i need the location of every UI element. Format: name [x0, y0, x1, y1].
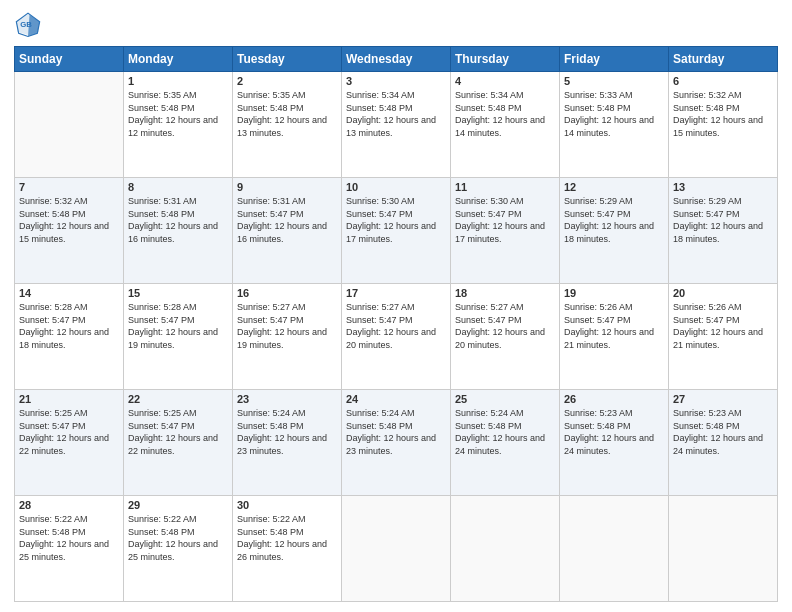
day-number: 19: [564, 287, 664, 299]
calendar-cell: 2Sunrise: 5:35 AMSunset: 5:48 PMDaylight…: [233, 72, 342, 178]
logo-icon: GB: [14, 10, 42, 38]
calendar-cell: 17Sunrise: 5:27 AMSunset: 5:47 PMDayligh…: [342, 284, 451, 390]
cell-info: Sunrise: 5:27 AMSunset: 5:47 PMDaylight:…: [455, 302, 545, 350]
day-number: 21: [19, 393, 119, 405]
calendar-week-row: 21Sunrise: 5:25 AMSunset: 5:47 PMDayligh…: [15, 390, 778, 496]
calendar-cell: 13Sunrise: 5:29 AMSunset: 5:47 PMDayligh…: [669, 178, 778, 284]
calendar-cell: 20Sunrise: 5:26 AMSunset: 5:47 PMDayligh…: [669, 284, 778, 390]
day-number: 6: [673, 75, 773, 87]
day-number: 23: [237, 393, 337, 405]
calendar-cell: 1Sunrise: 5:35 AMSunset: 5:48 PMDaylight…: [124, 72, 233, 178]
day-number: 9: [237, 181, 337, 193]
header-day: Sunday: [15, 47, 124, 72]
calendar-cell: 18Sunrise: 5:27 AMSunset: 5:47 PMDayligh…: [451, 284, 560, 390]
calendar-cell: 11Sunrise: 5:30 AMSunset: 5:47 PMDayligh…: [451, 178, 560, 284]
cell-info: Sunrise: 5:22 AMSunset: 5:48 PMDaylight:…: [19, 514, 109, 562]
cell-info: Sunrise: 5:29 AMSunset: 5:47 PMDaylight:…: [673, 196, 763, 244]
calendar-cell: 5Sunrise: 5:33 AMSunset: 5:48 PMDaylight…: [560, 72, 669, 178]
svg-text:GB: GB: [20, 20, 32, 29]
calendar-week-row: 14Sunrise: 5:28 AMSunset: 5:47 PMDayligh…: [15, 284, 778, 390]
calendar-header-row: SundayMondayTuesdayWednesdayThursdayFrid…: [15, 47, 778, 72]
cell-info: Sunrise: 5:31 AMSunset: 5:48 PMDaylight:…: [128, 196, 218, 244]
day-number: 29: [128, 499, 228, 511]
header-day: Monday: [124, 47, 233, 72]
calendar-cell: 9Sunrise: 5:31 AMSunset: 5:47 PMDaylight…: [233, 178, 342, 284]
cell-info: Sunrise: 5:24 AMSunset: 5:48 PMDaylight:…: [455, 408, 545, 456]
cell-info: Sunrise: 5:35 AMSunset: 5:48 PMDaylight:…: [237, 90, 327, 138]
cell-info: Sunrise: 5:23 AMSunset: 5:48 PMDaylight:…: [673, 408, 763, 456]
calendar-cell: 3Sunrise: 5:34 AMSunset: 5:48 PMDaylight…: [342, 72, 451, 178]
cell-info: Sunrise: 5:23 AMSunset: 5:48 PMDaylight:…: [564, 408, 654, 456]
day-number: 28: [19, 499, 119, 511]
cell-info: Sunrise: 5:24 AMSunset: 5:48 PMDaylight:…: [237, 408, 327, 456]
calendar-table: SundayMondayTuesdayWednesdayThursdayFrid…: [14, 46, 778, 602]
cell-info: Sunrise: 5:35 AMSunset: 5:48 PMDaylight:…: [128, 90, 218, 138]
day-number: 5: [564, 75, 664, 87]
cell-info: Sunrise: 5:33 AMSunset: 5:48 PMDaylight:…: [564, 90, 654, 138]
day-number: 27: [673, 393, 773, 405]
calendar-cell: 6Sunrise: 5:32 AMSunset: 5:48 PMDaylight…: [669, 72, 778, 178]
day-number: 4: [455, 75, 555, 87]
logo: GB: [14, 10, 46, 38]
cell-info: Sunrise: 5:28 AMSunset: 5:47 PMDaylight:…: [19, 302, 109, 350]
calendar-week-row: 28Sunrise: 5:22 AMSunset: 5:48 PMDayligh…: [15, 496, 778, 602]
day-number: 11: [455, 181, 555, 193]
day-number: 3: [346, 75, 446, 87]
day-number: 13: [673, 181, 773, 193]
calendar-week-row: 7Sunrise: 5:32 AMSunset: 5:48 PMDaylight…: [15, 178, 778, 284]
calendar-week-row: 1Sunrise: 5:35 AMSunset: 5:48 PMDaylight…: [15, 72, 778, 178]
calendar-cell: 7Sunrise: 5:32 AMSunset: 5:48 PMDaylight…: [15, 178, 124, 284]
calendar-cell: [451, 496, 560, 602]
header-day: Wednesday: [342, 47, 451, 72]
calendar-cell: 30Sunrise: 5:22 AMSunset: 5:48 PMDayligh…: [233, 496, 342, 602]
cell-info: Sunrise: 5:34 AMSunset: 5:48 PMDaylight:…: [346, 90, 436, 138]
cell-info: Sunrise: 5:28 AMSunset: 5:47 PMDaylight:…: [128, 302, 218, 350]
cell-info: Sunrise: 5:22 AMSunset: 5:48 PMDaylight:…: [128, 514, 218, 562]
calendar-cell: [342, 496, 451, 602]
cell-info: Sunrise: 5:27 AMSunset: 5:47 PMDaylight:…: [346, 302, 436, 350]
cell-info: Sunrise: 5:25 AMSunset: 5:47 PMDaylight:…: [128, 408, 218, 456]
calendar-cell: 22Sunrise: 5:25 AMSunset: 5:47 PMDayligh…: [124, 390, 233, 496]
calendar-cell: 25Sunrise: 5:24 AMSunset: 5:48 PMDayligh…: [451, 390, 560, 496]
cell-info: Sunrise: 5:26 AMSunset: 5:47 PMDaylight:…: [673, 302, 763, 350]
calendar-cell: [560, 496, 669, 602]
day-number: 15: [128, 287, 228, 299]
day-number: 2: [237, 75, 337, 87]
calendar-cell: 26Sunrise: 5:23 AMSunset: 5:48 PMDayligh…: [560, 390, 669, 496]
calendar-cell: 10Sunrise: 5:30 AMSunset: 5:47 PMDayligh…: [342, 178, 451, 284]
day-number: 20: [673, 287, 773, 299]
cell-info: Sunrise: 5:31 AMSunset: 5:47 PMDaylight:…: [237, 196, 327, 244]
day-number: 24: [346, 393, 446, 405]
day-number: 8: [128, 181, 228, 193]
calendar-cell: 16Sunrise: 5:27 AMSunset: 5:47 PMDayligh…: [233, 284, 342, 390]
header-day: Saturday: [669, 47, 778, 72]
cell-info: Sunrise: 5:24 AMSunset: 5:48 PMDaylight:…: [346, 408, 436, 456]
calendar-cell: 24Sunrise: 5:24 AMSunset: 5:48 PMDayligh…: [342, 390, 451, 496]
day-number: 25: [455, 393, 555, 405]
calendar-cell: 21Sunrise: 5:25 AMSunset: 5:47 PMDayligh…: [15, 390, 124, 496]
calendar-cell: 27Sunrise: 5:23 AMSunset: 5:48 PMDayligh…: [669, 390, 778, 496]
day-number: 14: [19, 287, 119, 299]
day-number: 22: [128, 393, 228, 405]
calendar-cell: 14Sunrise: 5:28 AMSunset: 5:47 PMDayligh…: [15, 284, 124, 390]
cell-info: Sunrise: 5:32 AMSunset: 5:48 PMDaylight:…: [19, 196, 109, 244]
page: GB SundayMondayTuesdayWednesdayThursdayF…: [0, 0, 792, 612]
calendar-cell: 23Sunrise: 5:24 AMSunset: 5:48 PMDayligh…: [233, 390, 342, 496]
calendar-cell: 4Sunrise: 5:34 AMSunset: 5:48 PMDaylight…: [451, 72, 560, 178]
day-number: 30: [237, 499, 337, 511]
day-number: 1: [128, 75, 228, 87]
cell-info: Sunrise: 5:30 AMSunset: 5:47 PMDaylight:…: [346, 196, 436, 244]
calendar-cell: 28Sunrise: 5:22 AMSunset: 5:48 PMDayligh…: [15, 496, 124, 602]
calendar-cell: 15Sunrise: 5:28 AMSunset: 5:47 PMDayligh…: [124, 284, 233, 390]
cell-info: Sunrise: 5:30 AMSunset: 5:47 PMDaylight:…: [455, 196, 545, 244]
cell-info: Sunrise: 5:29 AMSunset: 5:47 PMDaylight:…: [564, 196, 654, 244]
header-day: Tuesday: [233, 47, 342, 72]
day-number: 10: [346, 181, 446, 193]
cell-info: Sunrise: 5:26 AMSunset: 5:47 PMDaylight:…: [564, 302, 654, 350]
calendar-cell: [669, 496, 778, 602]
day-number: 26: [564, 393, 664, 405]
calendar-cell: 8Sunrise: 5:31 AMSunset: 5:48 PMDaylight…: [124, 178, 233, 284]
header: GB: [14, 10, 778, 38]
day-number: 18: [455, 287, 555, 299]
day-number: 7: [19, 181, 119, 193]
